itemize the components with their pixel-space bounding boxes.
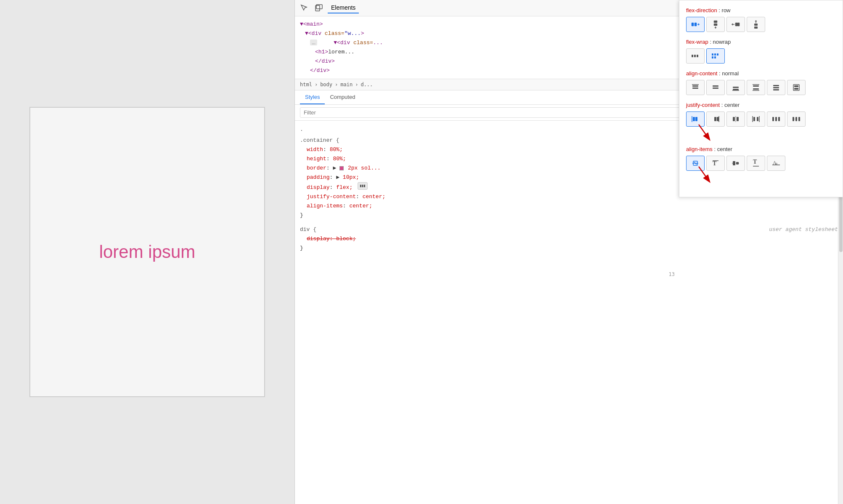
- flex-inspector-popup: flex-direction : row: [679, 0, 843, 197]
- tab-computed[interactable]: Computed: [325, 90, 360, 104]
- align-items-label: align-items : center: [686, 146, 836, 152]
- ac-end-btn[interactable]: [726, 80, 745, 95]
- svg-rect-61: [795, 117, 797, 121]
- svg-rect-12: [737, 23, 740, 26]
- flex-direction-label: flex-direction : row: [686, 7, 836, 13]
- jc-space-evenly-btn[interactable]: [787, 111, 806, 127]
- svg-rect-60: [793, 117, 794, 121]
- align-content-label: align-content : normal: [686, 70, 836, 77]
- device-icon[interactable]: [313, 3, 323, 13]
- flex-wrap-buttons: [686, 48, 836, 64]
- flex-inspector-toggle[interactable]: [358, 182, 368, 190]
- svg-rect-43: [794, 88, 798, 90]
- svg-rect-5: [692, 23, 694, 26]
- justify-content-label: justify-content : center: [686, 102, 836, 108]
- ac-center-btn[interactable]: [706, 80, 725, 95]
- svg-rect-3: [362, 185, 363, 187]
- svg-rect-15: [754, 27, 758, 29]
- preview-area: lorem ipsum: [0, 0, 294, 504]
- flex-wrap-label: flex-wrap : nowrap: [686, 39, 836, 45]
- svg-rect-28: [713, 85, 718, 87]
- prop-display-block[interactable]: display: block;: [300, 234, 838, 244]
- svg-rect-18: [694, 55, 696, 57]
- jc-center-btn[interactable]: [726, 111, 745, 127]
- svg-rect-51: [737, 117, 739, 121]
- ac-space-between-btn[interactable]: [747, 80, 765, 95]
- flex-dir-col-down-btn[interactable]: [706, 17, 725, 32]
- svg-rect-40: [773, 89, 779, 90]
- ai-arrow: [686, 162, 720, 186]
- svg-rect-59: [778, 117, 780, 121]
- svg-rect-29: [713, 88, 718, 89]
- breadcrumb-div[interactable]: d...: [361, 82, 373, 88]
- line-number-indicator: 13: [669, 271, 675, 277]
- align-content-buttons: [686, 80, 836, 95]
- jc-arrow-container: [686, 127, 836, 139]
- flex-wrap-section: flex-wrap : nowrap: [686, 39, 836, 64]
- align-items-section: align-items : center T: [686, 146, 836, 183]
- svg-rect-58: [775, 117, 777, 121]
- ac-start-btn[interactable]: [686, 80, 705, 95]
- elements-tab[interactable]: Elements: [328, 3, 359, 13]
- svg-rect-56: [757, 117, 758, 121]
- svg-rect-2: [360, 185, 361, 187]
- rule-close-brace: }: [300, 211, 838, 220]
- flex-dir-row-rev-btn[interactable]: [726, 17, 745, 32]
- svg-rect-8: [714, 21, 717, 23]
- border-color-swatch[interactable]: [339, 166, 344, 170]
- svg-rect-38: [773, 85, 779, 86]
- ai-baseline-btn[interactable]: A a: [767, 156, 785, 171]
- svg-rect-55: [753, 117, 755, 121]
- ai-center-btn[interactable]: [726, 156, 745, 171]
- div-rule-close: }: [300, 244, 838, 253]
- justify-content-section: justify-content : center: [686, 102, 836, 139]
- inspect-icon[interactable]: [299, 3, 309, 13]
- svg-rect-32: [733, 87, 739, 88]
- breadcrumb-body[interactable]: body: [320, 82, 332, 88]
- svg-rect-14: [754, 24, 758, 26]
- breadcrumb-html[interactable]: html: [300, 82, 312, 88]
- svg-rect-33: [733, 89, 739, 90]
- div-rule: div { user agent stylesheet display: blo…: [300, 225, 838, 253]
- svg-rect-39: [773, 87, 779, 88]
- jc-arrow: [686, 120, 720, 143]
- svg-rect-22: [717, 53, 718, 56]
- svg-rect-20: [712, 53, 713, 56]
- container-box: lorem ipsum: [29, 107, 265, 397]
- flex-nowrap-btn[interactable]: [686, 48, 705, 64]
- svg-rect-24: [714, 56, 716, 58]
- flex-dir-row-btn[interactable]: [686, 17, 705, 32]
- svg-rect-6: [695, 23, 697, 26]
- flex-direction-section: flex-direction : row: [686, 7, 836, 32]
- flex-dir-col-up-btn[interactable]: [747, 17, 765, 32]
- svg-rect-62: [798, 117, 800, 121]
- svg-text:T: T: [753, 159, 757, 165]
- svg-rect-11: [735, 23, 737, 26]
- jc-space-around-btn[interactable]: [767, 111, 785, 127]
- flex-wrap-btn[interactable]: [706, 48, 725, 64]
- flex-direction-buttons: [686, 17, 836, 32]
- ai-arrow-container: [686, 171, 836, 183]
- jc-space-between-btn[interactable]: [747, 111, 765, 127]
- tab-styles[interactable]: Styles: [300, 90, 325, 104]
- svg-rect-57: [772, 117, 774, 121]
- svg-rect-9: [714, 24, 717, 26]
- svg-rect-50: [733, 117, 735, 121]
- ac-stretch-btn[interactable]: [787, 80, 806, 95]
- ellipsis-button[interactable]: ...: [310, 40, 317, 45]
- devtools-panel: Elements ✕ ▼<main> ▼<div class="w...> ..…: [294, 0, 843, 504]
- prop-align-items[interactable]: align-items: center;: [300, 202, 838, 211]
- breadcrumb-main[interactable]: main: [340, 82, 353, 88]
- ai-end-btn[interactable]: T: [747, 156, 765, 171]
- align-content-section: align-content : normal: [686, 70, 836, 95]
- ac-space-around-btn[interactable]: [767, 80, 785, 95]
- div-rule-header: div { user agent stylesheet: [300, 225, 838, 234]
- svg-rect-19: [697, 55, 698, 57]
- svg-rect-21: [714, 53, 716, 56]
- svg-rect-27: [692, 88, 698, 89]
- svg-rect-42: [794, 85, 798, 87]
- user-agent-comment: user agent stylesheet: [769, 225, 838, 234]
- svg-rect-23: [712, 56, 713, 58]
- svg-rect-36: [753, 85, 759, 87]
- svg-rect-37: [753, 88, 759, 90]
